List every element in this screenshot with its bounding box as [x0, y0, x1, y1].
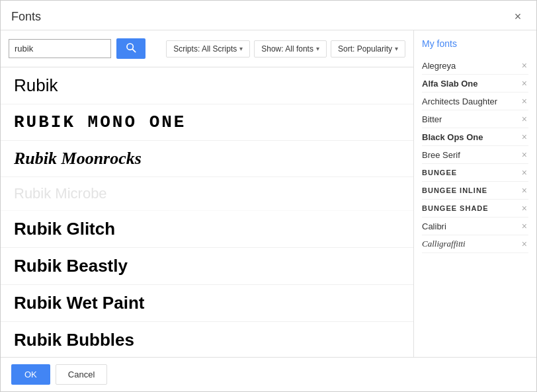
- font-list-item[interactable]: Rubik Wet Paint: [1, 285, 413, 322]
- my-font-remove-button[interactable]: ×: [520, 185, 528, 196]
- search-icon: [126, 42, 136, 53]
- font-name-display: Rubik Glitch: [14, 219, 115, 239]
- my-font-name: Bitter: [422, 114, 442, 124]
- search-input[interactable]: [9, 39, 111, 58]
- my-font-remove-button[interactable]: ×: [520, 60, 528, 71]
- my-font-name: Alfa Slab One: [422, 79, 478, 89]
- search-button[interactable]: [116, 38, 145, 59]
- my-font-remove-button[interactable]: ×: [520, 167, 528, 178]
- my-font-name: Black Ops One: [422, 132, 483, 142]
- my-font-remove-button[interactable]: ×: [520, 221, 528, 231]
- show-filter-button[interactable]: Show: All fonts: [254, 40, 327, 58]
- font-list-item[interactable]: Rubik Microbe: [1, 177, 413, 211]
- my-font-name: BUNGEE INLINE: [422, 186, 487, 194]
- my-font-remove-button[interactable]: ×: [520, 239, 528, 249]
- font-list-item[interactable]: Rubik: [1, 67, 413, 104]
- my-font-remove-button[interactable]: ×: [520, 149, 528, 160]
- my-font-item: Calligraffitti×: [422, 235, 528, 253]
- my-font-name: Calligraffitti: [422, 239, 466, 249]
- my-font-item: Bitter×: [422, 110, 528, 128]
- my-fonts-panel: My fonts Alegreya×Alfa Slab One×Architec…: [414, 30, 536, 357]
- my-font-name: Calibri: [422, 221, 446, 231]
- my-font-name: BUNGEE: [422, 169, 457, 176]
- my-font-item: Bree Serif×: [422, 146, 528, 164]
- my-font-item: BUNGEE INLINE×: [422, 182, 528, 200]
- filter-buttons: Scripts: All Scripts Show: All fonts Sor…: [166, 40, 405, 58]
- font-name-display: Rubik Beastly: [14, 256, 128, 276]
- my-font-item: BUNGEE×: [422, 164, 528, 182]
- my-font-item: Architects Daughter×: [422, 93, 528, 110]
- my-font-remove-button[interactable]: ×: [520, 96, 528, 106]
- my-font-item: Black Ops One×: [422, 128, 528, 146]
- font-list-item[interactable]: Rubik Beastly: [1, 248, 413, 285]
- font-name-display: Rubik Microbe: [14, 185, 107, 202]
- font-name-display: Rubik Bubbles: [14, 330, 134, 350]
- my-font-remove-button[interactable]: ×: [520, 203, 528, 214]
- font-list-item[interactable]: Rubik Bubbles: [1, 322, 413, 357]
- font-name-display: Rubik Moonrocks: [14, 149, 142, 169]
- fonts-dialog: Fonts × Scripts: All Scripts Show: All f…: [0, 0, 537, 392]
- my-font-remove-button[interactable]: ×: [520, 78, 528, 89]
- font-list-item[interactable]: Rubik Glitch: [1, 211, 413, 248]
- font-name-display: RUBIK MONO ONE: [14, 112, 186, 132]
- dialog-title: Fonts: [11, 10, 41, 24]
- font-list-item[interactable]: Rubik Moonrocks: [1, 141, 413, 177]
- my-font-remove-button[interactable]: ×: [520, 132, 528, 142]
- scripts-filter-button[interactable]: Scripts: All Scripts: [166, 40, 250, 58]
- dialog-header: Fonts ×: [1, 1, 536, 30]
- close-button[interactable]: ×: [510, 9, 526, 24]
- dialog-footer: OK Cancel: [1, 357, 536, 391]
- ok-button[interactable]: OK: [11, 364, 50, 385]
- my-font-item: Alegreya×: [422, 57, 528, 75]
- fonts-list: RubikRUBIK MONO ONERubik MoonrocksRubik …: [1, 67, 413, 357]
- my-font-remove-button[interactable]: ×: [520, 114, 528, 124]
- my-font-name: Bree Serif: [422, 150, 460, 160]
- my-fonts-list: Alegreya×Alfa Slab One×Architects Daught…: [422, 57, 528, 253]
- my-fonts-title: My fonts: [422, 38, 528, 49]
- my-font-name: Alegreya: [422, 61, 456, 71]
- font-name-display: Rubik: [14, 75, 58, 96]
- svg-line-1: [132, 49, 135, 52]
- my-font-item: Alfa Slab One×: [422, 75, 528, 93]
- my-font-item: BUNGEE SHADE×: [422, 200, 528, 217]
- my-font-name: BUNGEE SHADE: [422, 204, 489, 212]
- font-list-item[interactable]: RUBIK MONO ONE: [1, 104, 413, 141]
- search-bar: Scripts: All Scripts Show: All fonts Sor…: [1, 30, 413, 67]
- my-font-item: Calibri×: [422, 217, 528, 235]
- font-name-display: Rubik Wet Paint: [14, 293, 144, 313]
- my-font-name: Architects Daughter: [422, 97, 497, 106]
- sort-filter-button[interactable]: Sort: Popularity: [331, 40, 405, 58]
- dialog-body: Scripts: All Scripts Show: All fonts Sor…: [1, 30, 536, 357]
- cancel-button[interactable]: Cancel: [56, 364, 107, 385]
- left-panel: Scripts: All Scripts Show: All fonts Sor…: [1, 30, 414, 357]
